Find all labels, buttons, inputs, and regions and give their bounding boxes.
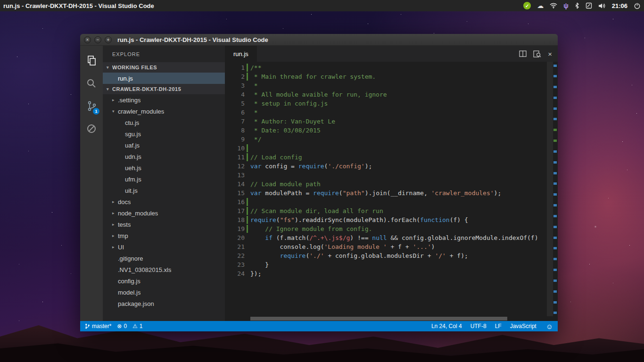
code-line[interactable]: 1/** bbox=[225, 63, 558, 72]
ruler-mark bbox=[553, 129, 557, 131]
close-editor-icon[interactable]: × bbox=[548, 50, 552, 58]
code-line[interactable]: 14// Load module path bbox=[225, 180, 558, 189]
code-line[interactable]: 15var modulePath = require("path").join(… bbox=[225, 189, 558, 197]
tree-item[interactable]: ▸docs bbox=[103, 196, 225, 207]
code-area[interactable]: 1/**2 * Main thread for crawler system.3… bbox=[225, 62, 558, 321]
clock[interactable]: 21:06 bbox=[612, 2, 627, 9]
branch-icon bbox=[85, 323, 90, 329]
vertical-scrollbar[interactable] bbox=[547, 62, 553, 316]
git-branch-indicator[interactable]: master* bbox=[85, 323, 111, 329]
error-count[interactable]: ⊗ 0 bbox=[117, 323, 127, 329]
tree-item[interactable]: ▸tests bbox=[103, 219, 225, 230]
updates-ok-icon[interactable]: ✓ bbox=[523, 2, 531, 9]
encoding-indicator[interactable]: UTF-8 bbox=[471, 323, 487, 329]
code-line[interactable]: 17// Scan module dir, load all for run bbox=[225, 206, 558, 215]
tree-item[interactable]: run.js bbox=[103, 73, 225, 84]
code-line[interactable]: 16 bbox=[225, 197, 558, 206]
chevron-right-icon: ▸ bbox=[112, 98, 118, 102]
git-gutter-marker bbox=[245, 224, 250, 233]
line-number: 8 bbox=[225, 126, 245, 135]
ruler-mark bbox=[553, 301, 557, 304]
tree-item[interactable]: .NV1_03082015.xls bbox=[103, 264, 225, 275]
code-line[interactable]: 23 } bbox=[225, 260, 558, 269]
code-line[interactable]: 6 * bbox=[225, 108, 558, 117]
tree-item[interactable]: ▾crawler_modules bbox=[103, 106, 225, 117]
code-line[interactable]: 11// Load config bbox=[225, 153, 558, 162]
code-line[interactable]: 7 * Author: Van-Duyet Le bbox=[225, 117, 558, 126]
window-maximize-button[interactable]: + bbox=[105, 36, 112, 43]
code-line[interactable]: 3 * bbox=[225, 81, 558, 90]
code-line[interactable]: 13 bbox=[225, 171, 558, 180]
system-tray: ✓ ☁ ψ 21:06 bbox=[523, 2, 641, 9]
tree-section-header[interactable]: ▾WORKING FILES bbox=[103, 62, 225, 73]
code-text: * Author: Van-Duyet Le bbox=[250, 117, 335, 126]
tree-item[interactable]: ▸.settings bbox=[103, 94, 225, 106]
tree-item[interactable]: uaf.js bbox=[103, 140, 225, 151]
code-line[interactable]: 2 * Main thread for crawler system. bbox=[225, 72, 558, 81]
eol-indicator[interactable]: LF bbox=[495, 323, 502, 329]
warning-count[interactable]: ⚠ 1 bbox=[132, 323, 142, 329]
power-icon[interactable] bbox=[634, 2, 641, 9]
feedback-smiley-icon[interactable]: ☺ bbox=[546, 322, 553, 330]
tree-item[interactable]: uit.js bbox=[103, 185, 225, 196]
debug-icon[interactable] bbox=[80, 117, 103, 140]
tree-item[interactable]: ueh.js bbox=[103, 162, 225, 173]
tree-item[interactable]: config.js bbox=[103, 275, 225, 287]
tab-run-js[interactable]: run.js bbox=[225, 46, 257, 62]
code-line[interactable]: 10 bbox=[225, 144, 558, 153]
search-icon[interactable] bbox=[80, 72, 103, 95]
code-line[interactable]: 21 console.log('Loading module ' + f + '… bbox=[225, 242, 558, 251]
tree-item[interactable]: model.js bbox=[103, 287, 225, 298]
tree-item[interactable]: ufm.js bbox=[103, 173, 225, 185]
window-titlebar[interactable]: × − + run.js - Crawler-DKXT-DH-2015 - Vi… bbox=[80, 34, 558, 46]
tree-item-label: .gitignore bbox=[118, 255, 143, 262]
tree-section-header[interactable]: ▾CRAWLER-DKXT-DH-2015 bbox=[103, 84, 225, 94]
git-icon[interactable]: 1 bbox=[80, 95, 103, 117]
horizontal-scrollbar-thumb[interactable] bbox=[250, 317, 507, 321]
tree-item[interactable]: .gitignore bbox=[103, 253, 225, 264]
notes-icon[interactable] bbox=[586, 2, 592, 9]
code-line[interactable]: 9 */ bbox=[225, 135, 558, 144]
tree-item-label: ueh.js bbox=[125, 165, 141, 172]
tree-item[interactable]: udn.js bbox=[103, 151, 225, 162]
wifi-icon[interactable] bbox=[550, 3, 557, 8]
code-text: * Main thread for crawler system. bbox=[250, 72, 376, 81]
horizontal-scrollbar[interactable] bbox=[250, 317, 545, 321]
code-line[interactable]: 12var config = require('./config'); bbox=[225, 162, 558, 171]
window-close-button[interactable]: × bbox=[84, 36, 91, 43]
tree-item-label: .NV1_03082015.xls bbox=[118, 266, 171, 273]
volume-icon[interactable] bbox=[598, 3, 606, 9]
code-line[interactable]: 20 if (f.match(/^.+\.js$/g) !== null && … bbox=[225, 233, 558, 242]
language-indicator[interactable]: JavaScript bbox=[510, 323, 537, 329]
code-line[interactable]: 19 // Ignore module from config. bbox=[225, 224, 558, 233]
explorer-icon[interactable] bbox=[80, 49, 103, 72]
code-line[interactable]: 22 require('./' + config.global.modulesD… bbox=[225, 251, 558, 260]
code-line[interactable]: 4 * All module avaible for run, ignore bbox=[225, 90, 558, 99]
line-number: 11 bbox=[225, 153, 245, 162]
tree-item[interactable]: sgu.js bbox=[103, 128, 225, 140]
preview-icon[interactable] bbox=[533, 50, 541, 58]
tree-item-label: docs bbox=[118, 198, 131, 206]
cursor-position[interactable]: Ln 24, Col 4 bbox=[431, 323, 462, 329]
tree-item-label: crawler_modules bbox=[118, 108, 164, 115]
overview-ruler bbox=[553, 62, 558, 321]
code-line[interactable]: 18require("fs").readdirSync(modulePath).… bbox=[225, 215, 558, 224]
tree-item[interactable]: ▸UI bbox=[103, 241, 225, 253]
tree-item-label: udn.js bbox=[125, 153, 141, 160]
split-editor-icon[interactable] bbox=[519, 50, 527, 57]
code-line[interactable]: 5 * setup in config.js bbox=[225, 99, 558, 108]
window-minimize-button[interactable]: − bbox=[94, 36, 101, 43]
indicator-icon[interactable]: ψ bbox=[563, 2, 569, 9]
tree-item[interactable]: package.json bbox=[103, 298, 225, 309]
chevron-down-icon: ▾ bbox=[107, 87, 112, 91]
tree-item[interactable]: ▸tmp bbox=[103, 230, 225, 241]
code-line[interactable]: 8 * Date: 03/08/2015 bbox=[225, 126, 558, 135]
tree-item[interactable]: ▸node_modules bbox=[103, 207, 225, 219]
weather-icon[interactable]: ☁ bbox=[537, 2, 544, 9]
bluetooth-icon[interactable] bbox=[575, 2, 579, 9]
code-line[interactable]: 24}); bbox=[225, 269, 558, 278]
tree-item-label: package.json bbox=[118, 300, 154, 307]
tree-item[interactable]: ctu.js bbox=[103, 117, 225, 128]
code-text: require('./' + config.global.modulesDir … bbox=[250, 251, 468, 260]
git-gutter-marker bbox=[245, 242, 250, 251]
